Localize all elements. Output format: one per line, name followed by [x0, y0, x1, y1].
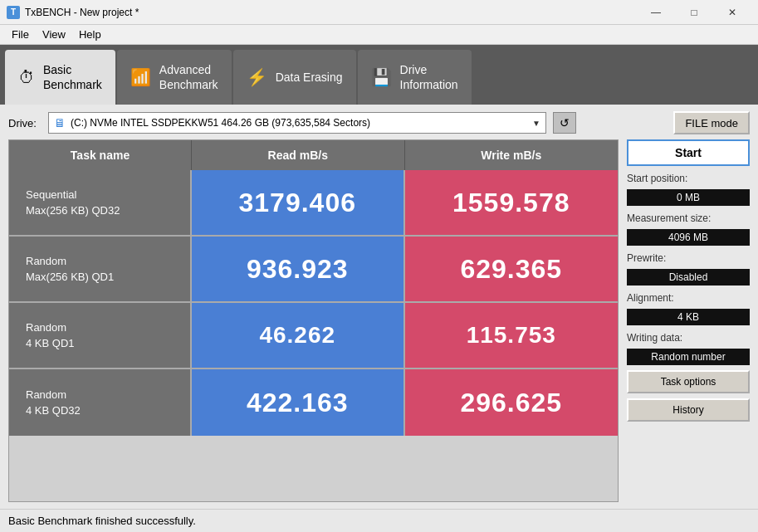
tab-advanced-benchmark[interactable]: 📶 Advanced Benchmark	[117, 50, 232, 105]
drive-icon: 💾	[371, 67, 392, 87]
writing-data-label: Writing data:	[627, 332, 750, 344]
measurement-size-label: Measurement size:	[627, 212, 750, 224]
file-mode-button[interactable]: FILE mode	[673, 111, 750, 134]
menubar: File View Help	[0, 25, 758, 45]
task-random-256kb-qd1: Random Max(256 KB) QD1	[9, 237, 192, 301]
drive-label: Drive:	[8, 117, 42, 129]
start-button[interactable]: Start	[627, 139, 750, 166]
window-controls: — □ ✕	[637, 0, 751, 25]
benchmark-area: Task name Read mB/s Write mB/s Sequentia…	[8, 139, 619, 502]
refresh-icon: ↺	[560, 116, 570, 129]
refresh-button[interactable]: ↺	[553, 112, 576, 134]
chart-icon: 📶	[130, 67, 151, 87]
tab-basic-benchmark[interactable]: ⏱ Basic Benchmark	[5, 50, 115, 105]
history-button[interactable]: History	[627, 398, 750, 422]
start-position-value: 0 MB	[627, 189, 750, 206]
measurement-size-value: 4096 MB	[627, 229, 750, 246]
drive-select[interactable]: 🖥 (C:) NVMe INTEL SSDPEKKW51 464.26 GB (…	[48, 112, 546, 134]
tab-drive-label: Drive Information	[400, 62, 458, 92]
read-random-4kb-qd32: 422.163	[192, 369, 405, 436]
tab-erasing-label: Data Erasing	[276, 70, 343, 85]
task-random-4kb-qd32: Random 4 KB QD32	[9, 369, 192, 436]
drive-row: Drive: 🖥 (C:) NVMe INTEL SSDPEKKW51 464.…	[8, 111, 750, 134]
write-sequential-qd32: 1559.578	[405, 170, 619, 235]
drive-select-value: (C:) NVMe INTEL SSDPEKKW51 464.26 GB (97…	[71, 117, 529, 129]
maximize-button[interactable]: □	[675, 0, 713, 25]
erasing-icon: ⚡	[247, 67, 267, 87]
header-task: Task name	[9, 140, 192, 170]
content-area: Drive: 🖥 (C:) NVMe INTEL SSDPEKKW51 464.…	[0, 105, 758, 509]
tab-advanced-label: Advanced Benchmark	[159, 62, 218, 92]
read-random-4kb-qd1: 46.262	[192, 303, 405, 368]
prewrite-label: Prewrite:	[627, 252, 750, 264]
prewrite-value: Disabled	[627, 269, 750, 286]
status-text: Basic Benchmark finished successfully.	[8, 515, 196, 527]
minimize-button[interactable]: —	[637, 0, 675, 25]
benchmark-table: Task name Read mB/s Write mB/s Sequentia…	[8, 139, 619, 502]
table-row: Sequential Max(256 KB) QD32 3179.406 155…	[9, 170, 618, 237]
table-row: Random 4 KB QD32 422.163 296.625	[9, 369, 618, 436]
main-area: Task name Read mB/s Write mB/s Sequentia…	[8, 139, 750, 502]
table-row: Random 4 KB QD1 46.262 115.753	[9, 303, 618, 369]
header-write: Write mB/s	[405, 140, 619, 170]
tab-data-erasing[interactable]: ⚡ Data Erasing	[233, 50, 356, 105]
dropdown-arrow-icon: ▼	[532, 119, 540, 128]
task-sequential-qd32: Sequential Max(256 KB) QD32	[9, 170, 192, 235]
header-read: Read mB/s	[192, 140, 405, 170]
write-random-4kb-qd1: 115.753	[405, 303, 619, 368]
write-random-4kb-qd32: 296.625	[405, 369, 619, 436]
timer-icon: ⏱	[18, 68, 35, 87]
menu-view[interactable]: View	[36, 27, 72, 42]
window-title: TxBENCH - New project *	[25, 7, 637, 18]
table-row: Random Max(256 KB) QD1 936.923 629.365	[9, 237, 618, 303]
alignment-value: 4 KB	[627, 309, 750, 325]
write-random-256kb-qd1: 629.365	[405, 237, 619, 301]
read-sequential-qd32: 3179.406	[192, 170, 405, 235]
menu-file[interactable]: File	[5, 27, 36, 42]
alignment-label: Alignment:	[627, 292, 750, 304]
tab-basic-label: Basic Benchmark	[43, 62, 102, 92]
drive-select-icon: 🖥	[54, 116, 66, 129]
titlebar: T TxBENCH - New project * — □ ✕	[0, 0, 758, 25]
writing-data-value: Random number	[627, 349, 750, 365]
tab-drive-information[interactable]: 💾 Drive Information	[358, 50, 472, 105]
statusbar: Basic Benchmark finished successfully.	[0, 509, 758, 532]
right-panel: Start Start position: 0 MB Measurement s…	[627, 139, 750, 502]
start-position-label: Start position:	[627, 173, 750, 184]
table-header: Task name Read mB/s Write mB/s	[9, 140, 618, 170]
app-icon: T	[7, 6, 20, 19]
task-options-button[interactable]: Task options	[627, 370, 750, 393]
menu-help[interactable]: Help	[72, 27, 108, 42]
toolbar: ⏱ Basic Benchmark 📶 Advanced Benchmark ⚡…	[0, 45, 758, 105]
close-button[interactable]: ✕	[713, 0, 751, 25]
task-random-4kb-qd1: Random 4 KB QD1	[9, 303, 192, 368]
read-random-256kb-qd1: 936.923	[192, 237, 405, 301]
